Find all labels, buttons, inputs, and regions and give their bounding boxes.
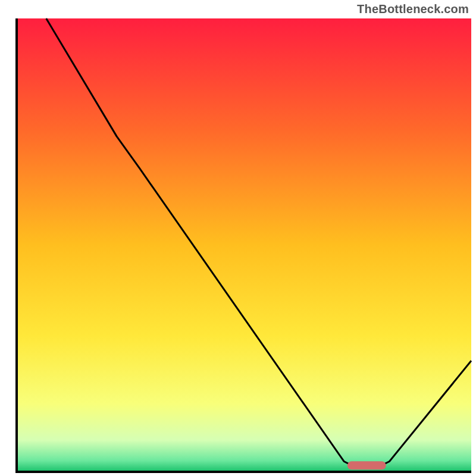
plot-background [17,18,471,472]
chart-container: TheBottleneck.com [0,0,476,476]
bottleneck-chart [0,0,476,476]
optimum-marker [347,461,386,469]
